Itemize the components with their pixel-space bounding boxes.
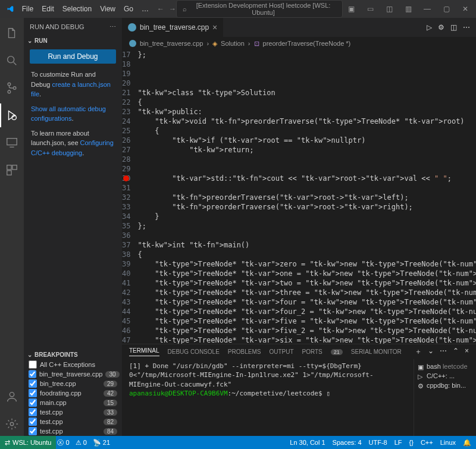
menu-…[interactable]: …: [138, 2, 152, 15]
menubar: FileEditSelectionViewGo…: [18, 2, 152, 15]
ports-count[interactable]: 📡 21: [93, 439, 110, 447]
cpp-file-icon: [129, 40, 136, 47]
extensions-icon[interactable]: [0, 158, 24, 182]
menu-selection[interactable]: Selection: [59, 2, 95, 15]
breakpoint-item[interactable]: bin_tree_traverse.cpp30: [24, 369, 122, 379]
show-debug-configs-link[interactable]: Show all automatic debug configurations: [31, 105, 106, 123]
more-icon[interactable]: ⋯: [109, 23, 116, 31]
svg-rect-5: [7, 139, 17, 145]
bp-checkbox[interactable]: [29, 427, 37, 435]
bp-checkbox[interactable]: [29, 379, 37, 388]
run-file-icon[interactable]: ▷: [427, 23, 432, 32]
run-debug-icon[interactable]: [0, 103, 24, 127]
remote-explorer-icon[interactable]: [0, 131, 24, 155]
layout-toggle-icon[interactable]: ▥: [400, 2, 416, 15]
panel-tab-debug-console[interactable]: DEBUG CONSOLE: [168, 348, 220, 355]
close-panel-icon[interactable]: ×: [465, 347, 469, 357]
gear-icon[interactable]: ⚙: [438, 23, 444, 32]
sidebar: RUN AND DEBUG ⋯ ⌄ RUN Run and Debug To c…: [24, 18, 122, 436]
ports-badge: 21: [331, 349, 343, 355]
terminal-item[interactable]: ▣bash leetcode: [418, 362, 472, 371]
terminal-dropdown-icon[interactable]: ⌄: [428, 347, 434, 357]
breakpoints-section[interactable]: ⌄ BREAKPOINTS: [24, 350, 122, 360]
source-control-icon[interactable]: [0, 76, 24, 100]
activity-bar: [0, 18, 24, 436]
panel-tab-terminal[interactable]: TERMINAL: [129, 347, 159, 356]
language-mode[interactable]: C++: [421, 439, 433, 447]
breakpoint-item[interactable]: test.cpp33: [24, 407, 122, 417]
minimize-icon[interactable]: —: [419, 2, 436, 15]
panel-tab-ports[interactable]: PORTS: [302, 348, 322, 355]
close-tab-icon[interactable]: ×: [212, 23, 217, 32]
menu-go[interactable]: Go: [120, 2, 137, 15]
menu-view[interactable]: View: [96, 2, 119, 15]
bp-checkbox[interactable]: [29, 417, 37, 426]
svg-point-2: [8, 90, 11, 93]
window-title: [Extension Development Host] leetcode [W…: [190, 2, 336, 16]
explorer-icon[interactable]: [0, 21, 24, 45]
breakpoint-dot-icon[interactable]: [123, 175, 129, 181]
run-and-debug-button[interactable]: Run and Debug: [30, 49, 116, 64]
more-icon[interactable]: ⋯: [463, 23, 470, 32]
breakpoint-item[interactable]: foodrating.cpp42: [24, 388, 122, 398]
panel-tab-serial-monitor[interactable]: SERIAL MONITOR: [351, 348, 402, 355]
bp-exceptions-checkbox[interactable]: [29, 360, 37, 369]
notifications-icon[interactable]: 🔔: [463, 439, 471, 447]
layout-secondary-icon[interactable]: ◫: [381, 2, 397, 15]
sidebar-title: RUN AND DEBUG: [30, 23, 84, 30]
split-editor-icon[interactable]: ◫: [450, 23, 457, 32]
account-icon[interactable]: [0, 385, 24, 409]
svg-point-0: [8, 56, 14, 63]
bash-icon: ▣: [418, 363, 424, 369]
bp-checkbox[interactable]: [29, 398, 37, 407]
run-section[interactable]: ⌄ RUN: [24, 36, 122, 46]
eol[interactable]: LF: [394, 439, 402, 447]
search-icon[interactable]: [0, 49, 24, 73]
svg-point-10: [10, 422, 14, 426]
editor: bin_tree_traverse.cpp × ▷ ⚙ ◫ ⋯ bin_tree…: [122, 18, 476, 436]
bp-exceptions[interactable]: All C++ Exceptions: [24, 360, 122, 369]
panel-tab-problems[interactable]: PROBLEMS: [228, 348, 261, 355]
command-center[interactable]: ⌕ [Extension Development Host] leetcode …: [176, 0, 343, 18]
settings-icon[interactable]: [0, 412, 24, 436]
more-icon[interactable]: ⋯: [440, 347, 447, 357]
terminal-item[interactable]: ▷C/C++: ...: [418, 371, 472, 381]
breakpoint-item[interactable]: main.cpp15: [24, 398, 122, 407]
encoding[interactable]: UTF-8: [369, 439, 387, 447]
errors-count[interactable]: ⓧ 0: [57, 438, 69, 447]
nav-back-icon[interactable]: ←: [157, 5, 164, 13]
layout-primary-icon[interactable]: ▣: [343, 2, 359, 15]
nav-fwd-icon[interactable]: →: [169, 5, 176, 13]
tab-active[interactable]: bin_tree_traverse.cpp ×: [122, 18, 224, 37]
warnings-count[interactable]: ⚠ 0: [76, 439, 87, 447]
breakpoint-item[interactable]: bin_tree.cpp29: [24, 379, 122, 388]
new-terminal-icon[interactable]: ＋: [415, 347, 422, 357]
bp-checkbox[interactable]: [29, 408, 37, 416]
breadcrumb[interactable]: bin_tree_traverse.cpp › ◈ Solution › ⊡ p…: [122, 37, 476, 50]
code-editor[interactable]: 1718192021222324252627282930313233343536…: [122, 50, 476, 344]
svg-point-9: [10, 393, 14, 397]
terminal-output: [1] + Done "/usr/bin/gdb" --interpreter=…: [129, 362, 406, 389]
lang-braces-icon[interactable]: {}: [409, 439, 414, 447]
os-indicator[interactable]: Linux: [440, 439, 456, 447]
close-window-icon[interactable]: ✕: [457, 2, 474, 15]
terminal[interactable]: [1] + Done "/usr/bin/gdb" --interpreter=…: [122, 359, 414, 436]
menu-edit[interactable]: Edit: [38, 2, 58, 15]
bp-checkbox[interactable]: [29, 370, 36, 378]
breakpoint-item[interactable]: test.cpp84: [24, 426, 122, 436]
remote-indicator[interactable]: ⇄ WSL: Ubuntu: [0, 436, 56, 449]
terminal-list: ▣bash leetcode▷C/C++: ...⚙cppdbg: bin...: [414, 359, 476, 436]
maximize-icon[interactable]: ▢: [438, 2, 455, 15]
svg-point-3: [13, 87, 16, 90]
panel-tab-output[interactable]: OUTPUT: [269, 348, 293, 355]
terminal-item[interactable]: ⚙cppdbg: bin...: [418, 381, 472, 390]
indentation[interactable]: Spaces: 4: [333, 439, 362, 447]
layout-panel-icon[interactable]: ▭: [362, 2, 378, 15]
menu-file[interactable]: File: [18, 2, 37, 15]
maximize-panel-icon[interactable]: ⌃: [453, 347, 459, 357]
bp-checkbox[interactable]: [29, 389, 37, 397]
svg-rect-6: [7, 165, 11, 169]
cursor-position[interactable]: Ln 30, Col 1: [290, 439, 325, 447]
breakpoint-item[interactable]: test.cpp82: [24, 417, 122, 426]
nav-arrows[interactable]: ← →: [157, 5, 176, 13]
